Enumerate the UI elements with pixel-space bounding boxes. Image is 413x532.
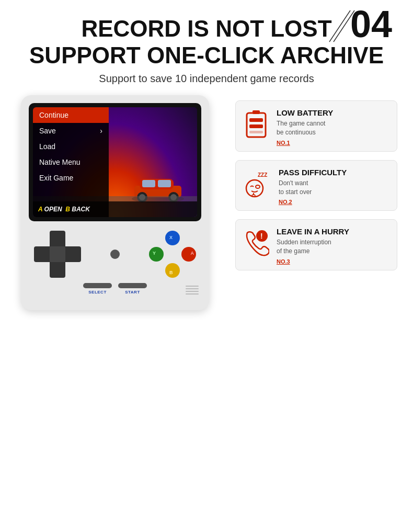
- features-panel: LOW BATTERY The game cannotbe continuous…: [235, 95, 397, 270]
- speaker-grill: [186, 286, 199, 295]
- y-button[interactable]: [149, 247, 164, 262]
- svg-rect-14: [249, 124, 263, 128]
- section-number: 04: [350, 5, 392, 43]
- screen-bottom-bar: A OPEN B BACK: [33, 201, 197, 217]
- svg-line-0: [329, 10, 350, 42]
- feature-card-sleep: ZZZ PASS DIFFICULTY Don't wantto start o…: [235, 160, 397, 211]
- select-button-group: SELECT: [83, 283, 112, 295]
- game-menu: Continue Save › Load Native Menu: [33, 107, 109, 217]
- home-button[interactable]: [110, 250, 120, 259]
- y-label: Y: [153, 251, 156, 256]
- svg-text:ZZZ: ZZZ: [258, 172, 267, 178]
- svg-rect-6: [158, 180, 171, 187]
- phone-icon: !: [243, 227, 269, 258]
- feature-card-battery: LOW BATTERY The game cannotbe continuous…: [235, 100, 397, 152]
- feature-card-phone: ! LEAVE IN A HURRY Sudden interruptionof…: [235, 219, 397, 270]
- x-label: X: [169, 235, 173, 240]
- subtitle: Support to save 10 independent game reco…: [21, 73, 392, 85]
- b-label: B: [169, 270, 173, 275]
- controls-area: X Y A B: [29, 231, 201, 278]
- feature-title-sleep: PASS DIFFICULTY: [279, 168, 389, 177]
- svg-text:!: !: [260, 232, 263, 240]
- dpad-center: [50, 246, 65, 262]
- dpad[interactable]: [34, 231, 81, 278]
- menu-item-continue[interactable]: Continue: [33, 107, 109, 123]
- menu-item-exit[interactable]: Exit Game: [33, 170, 109, 186]
- game-screen: Continue Save › Load Native Menu: [33, 107, 197, 217]
- svg-point-19: [252, 195, 255, 197]
- bottom-bar-text: A OPEN B BACK: [38, 206, 90, 213]
- decorative-lines: [324, 8, 355, 44]
- game-console: Continue Save › Load Native Menu: [21, 95, 209, 310]
- screen-bezel: Continue Save › Load Native Menu: [29, 103, 201, 221]
- feature-title-phone: LEAVE IN A HURRY: [277, 227, 389, 236]
- middle-buttons: [110, 250, 120, 259]
- select-button[interactable]: [83, 283, 112, 288]
- select-label: SELECT: [83, 290, 112, 295]
- abxy-buttons: X Y A B: [149, 231, 196, 278]
- svg-rect-15: [249, 131, 263, 133]
- feature-text-phone: LEAVE IN A HURRY Sudden interruptionof t…: [277, 227, 389, 265]
- battery-icon: [243, 108, 269, 140]
- menu-item-save[interactable]: Save ›: [33, 123, 109, 139]
- svg-point-17: [246, 180, 263, 197]
- start-button-group: START: [118, 283, 147, 295]
- feature-desc-phone: Sudden interruptionof the game: [277, 238, 389, 256]
- start-label: START: [118, 290, 147, 295]
- feature-desc-battery: The game cannotbe continuous: [277, 119, 389, 137]
- feature-no-battery: NO.1: [277, 140, 389, 146]
- a-label: A: [191, 251, 194, 256]
- feature-no-sleep: NO.2: [279, 199, 389, 205]
- svg-rect-13: [249, 118, 263, 122]
- feature-no-phone: NO.3: [277, 258, 389, 265]
- svg-rect-5: [142, 180, 155, 187]
- console-wrapper: Continue Save › Load Native Menu: [21, 95, 220, 310]
- top-section: 04 RECORD IS NOT LOST SUPPORT ONE-CLICK …: [0, 0, 413, 90]
- feature-text-sleep: PASS DIFFICULTY Don't wantto start over …: [279, 168, 389, 206]
- sleep-icon: ZZZ: [243, 168, 271, 199]
- start-button[interactable]: [118, 283, 147, 288]
- feature-text-battery: LOW BATTERY The game cannotbe continuous…: [277, 108, 389, 146]
- svg-rect-12: [253, 110, 260, 114]
- content-area: Continue Save › Load Native Menu: [0, 90, 413, 315]
- feature-title-battery: LOW BATTERY: [277, 108, 389, 118]
- bottom-buttons: SELECT START: [29, 283, 201, 295]
- menu-item-load[interactable]: Load: [33, 139, 109, 154]
- menu-item-native[interactable]: Native Menu: [33, 154, 109, 170]
- svg-point-18: [256, 185, 260, 188]
- feature-desc-sleep: Don't wantto start over: [279, 179, 389, 197]
- svg-line-1: [334, 10, 354, 42]
